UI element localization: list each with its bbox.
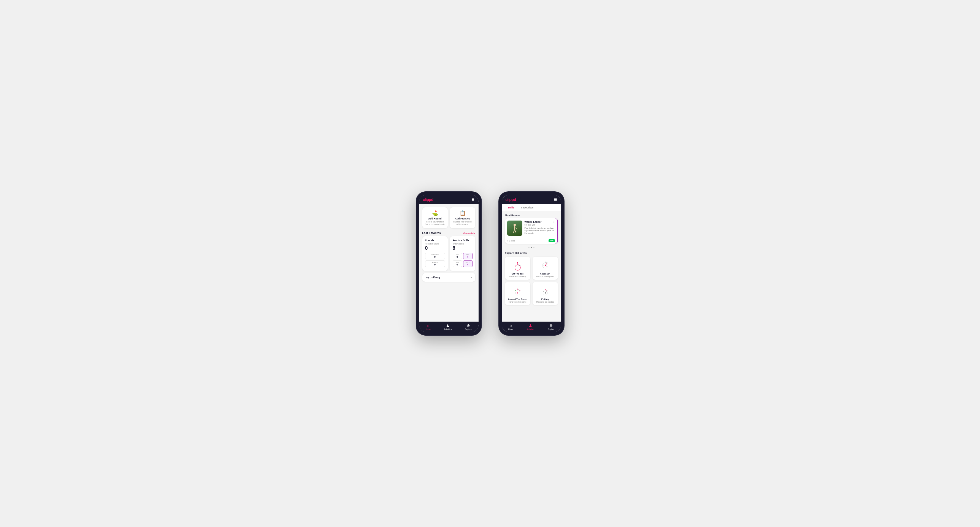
drills-top-row: OTT 0 APP 4 [453, 253, 473, 259]
nav-activities[interactable]: ♟ Activities [444, 323, 452, 330]
home-nav-label: Home [426, 328, 431, 330]
practice-home-label: Home [508, 328, 514, 330]
arg-box: ARG 0 [453, 260, 462, 267]
tab-drills[interactable]: Drills [505, 204, 518, 211]
practice-logo: clippd [506, 197, 516, 202]
putting-desc: Make and lag practice [536, 301, 554, 303]
drills-title: Practice Drills [453, 239, 473, 242]
phone-notch [438, 195, 460, 201]
app-badge: APP [549, 239, 555, 242]
featured-title: Wedge Ladder [525, 221, 542, 223]
skill-approach[interactable]: Approach Dial-in to hit the green [533, 257, 558, 280]
menu-icon[interactable]: ☰ [471, 198, 474, 202]
practice-activities-icon: ♟ [529, 323, 532, 328]
svg-line-3 [513, 230, 515, 233]
drills-capture-label: Drills Capture [453, 243, 473, 245]
featured-subtitle: 50–100 yds [525, 224, 555, 226]
skill-putting[interactable]: Putting Make and lag practice [533, 282, 558, 305]
shots-label: ○ 9 shots [507, 240, 515, 242]
add-round-title: Add Round [428, 217, 442, 220]
chevron-right-icon: › [471, 276, 472, 279]
practice-nav-home[interactable]: ⌂ Home [508, 323, 514, 330]
around-green-icon-area [512, 285, 524, 297]
around-green-name: Around The Green [508, 298, 527, 300]
quick-actions: ⛳ Add Round Record your shots in fast or… [419, 204, 479, 232]
home-nav-icon: ⌂ [427, 323, 429, 328]
tab-favourites[interactable]: Favourites [518, 204, 537, 211]
svg-line-2 [515, 227, 517, 229]
skill-off-the-tee[interactable]: Off The Tee Power and accuracy [505, 257, 530, 280]
putting-name: Putting [541, 298, 549, 300]
rounds-capture-value: 0 [425, 245, 445, 251]
last-3-months-label: Last 3 Months [422, 232, 441, 235]
app-logo: clippd [423, 197, 433, 202]
shots-count: 9 shots [509, 240, 515, 242]
view-activity-link[interactable]: View Activity [463, 232, 475, 234]
practice-capture-label: Capture [547, 328, 554, 330]
activities-nav-label: Activities [444, 328, 452, 330]
add-practice-card[interactable]: 📋 Add Practice Capture your practice off… [450, 207, 475, 228]
add-practice-title: Add Practice [455, 217, 470, 220]
star-icon[interactable]: ☆ [553, 221, 555, 223]
practice-box: Practice 0 [425, 260, 445, 267]
golf-bag-row[interactable]: My Golf Bag › [422, 273, 475, 282]
rounds-sub-row: Tournament 0 [425, 253, 445, 259]
add-practice-icon: 📋 [460, 210, 466, 216]
svg-point-5 [515, 265, 520, 270]
nav-capture[interactable]: ⊕ Capture [465, 323, 472, 330]
svg-line-4 [515, 230, 516, 233]
featured-content: Wedge Ladder ☆ 50–100 yds Play 1 shot at… [525, 221, 555, 236]
featured-img [507, 221, 522, 236]
rounds-title: Rounds [425, 239, 445, 242]
featured-footer: ○ 9 shots APP [505, 238, 557, 244]
phone-practice: clippd Practice ☰ Drills Favourites Most… [498, 191, 565, 336]
practice-nav-capture[interactable]: ⊕ Capture [547, 323, 554, 330]
putt-box: PUTT 4 [463, 260, 473, 267]
tabs-bar: Drills Favourites [502, 204, 561, 211]
practice-capture-icon: ⊕ [549, 323, 553, 328]
carousel-dots [502, 246, 561, 251]
putting-icon-area [539, 285, 551, 297]
off-the-tee-icon-area [512, 259, 524, 271]
arg-value: 0 [453, 263, 461, 266]
practice-nav-activities[interactable]: ♟ Activities [527, 323, 535, 330]
off-the-tee-name: Off The Tee [512, 273, 523, 275]
tournament-box: Tournament 0 [425, 253, 445, 259]
shots-icon: ○ [507, 240, 508, 242]
activity-section-header: Last 3 Months View Activity [419, 232, 479, 236]
drills-capture-value: 8 [453, 245, 473, 251]
svg-point-7 [517, 262, 518, 263]
golf-bag-label: My Golf Bag [426, 276, 440, 279]
practice-value: 0 [426, 263, 444, 266]
add-practice-desc: Capture your practice off-the-course [452, 221, 473, 225]
drills-card: Practice Drills Drills Capture 8 OTT 0 A… [450, 236, 475, 271]
stats-container: Rounds Rounds Capture 0 Tournament 0 Pra… [419, 236, 479, 273]
app-value: 4 [464, 256, 472, 258]
off-the-tee-desc: Power and accuracy [509, 276, 526, 278]
putt-value: 4 [464, 263, 472, 266]
capture-nav-icon: ⊕ [467, 323, 470, 328]
explore-label: Explore skill areas [502, 251, 561, 257]
featured-desc: Play 1 shot at each target yardage. If y… [525, 227, 555, 234]
bottom-nav: ⌂ Home ♟ Activities ⊕ Capture [419, 322, 479, 332]
tournament-value: 0 [426, 256, 444, 258]
approach-desc: Dial-in to hit the green [536, 276, 554, 278]
home-content: ⛳ Add Round Record your shots in fast or… [419, 204, 479, 322]
featured-card-inner: Wedge Ladder ☆ 50–100 yds Play 1 shot at… [505, 218, 557, 238]
app-box: APP 4 [463, 253, 473, 259]
approach-icon-area [539, 259, 551, 271]
practice-home-icon: ⌂ [510, 323, 512, 328]
practice-bottom-nav: ⌂ Home ♟ Activities ⊕ Capture [502, 322, 561, 332]
drills-bottom-row: ARG 0 PUTT 4 [453, 260, 473, 267]
activities-nav-icon: ♟ [446, 323, 450, 328]
practice-menu-icon[interactable]: ☰ [554, 198, 557, 202]
skill-around-green[interactable]: Around The Green Hone your short game [505, 282, 530, 305]
approach-name: Approach [540, 273, 550, 275]
nav-home[interactable]: ⌂ Home [426, 323, 431, 330]
add-round-card[interactable]: ⛳ Add Round Record your shots in fast or… [422, 207, 448, 228]
add-round-icon: ⛳ [432, 210, 438, 216]
featured-card[interactable]: Wedge Ladder ☆ 50–100 yds Play 1 shot at… [505, 218, 558, 244]
rounds-practice-row: Practice 0 [425, 260, 445, 267]
svg-point-26 [543, 291, 544, 292]
dot-2 [531, 247, 532, 248]
